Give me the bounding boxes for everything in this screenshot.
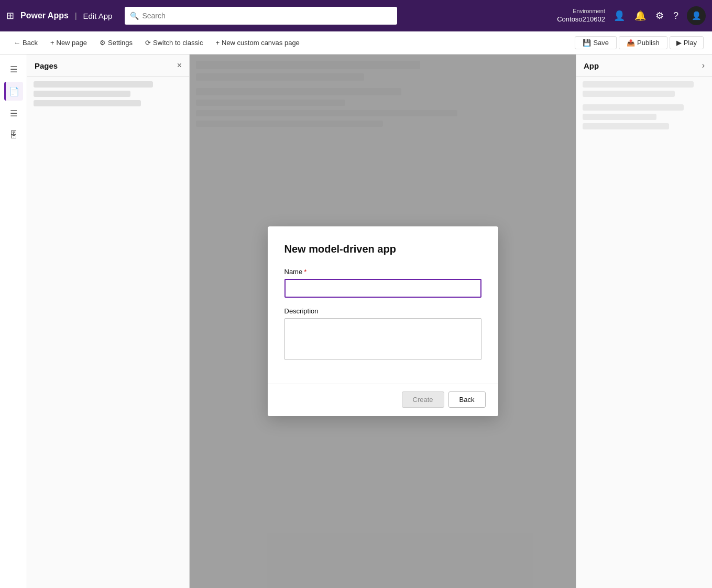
- right-panel-list: [576, 77, 712, 134]
- description-field-container: Description: [284, 307, 481, 362]
- environment-info: Environment Contoso210602: [557, 7, 605, 24]
- back-label: Back: [23, 39, 38, 47]
- play-icon: ▶: [676, 39, 682, 47]
- plus-icon-new-page: +: [50, 39, 54, 47]
- play-label: Play: [684, 39, 697, 47]
- pages-header: Pages ×: [27, 55, 189, 77]
- pages-panel: Pages ×: [27, 55, 190, 588]
- skeleton-item: [34, 100, 141, 106]
- name-input[interactable]: [284, 279, 481, 298]
- skeleton-item: [583, 81, 694, 88]
- toolbar-right: 💾 Save 📤 Publish ▶ Play: [575, 36, 704, 49]
- brand-name: Power Apps: [20, 11, 69, 20]
- modal-overlay: New model-driven app Name * Description: [190, 55, 576, 588]
- edit-app-label: Edit App: [83, 12, 113, 20]
- save-button[interactable]: 💾 Save: [575, 36, 617, 49]
- search-input[interactable]: [142, 12, 392, 20]
- settings-gear-icon-toolbar: ⚙: [100, 39, 106, 47]
- skeleton-item: [34, 91, 130, 97]
- modal-title: New model-driven app: [284, 243, 481, 255]
- name-field-container: Name *: [284, 268, 481, 298]
- skeleton-item: [583, 123, 669, 129]
- waffle-icon[interactable]: ⊞: [6, 10, 14, 21]
- side-icon-bar: ☰ 📄 ☰ 🗄: [0, 55, 27, 588]
- help-icon[interactable]: ?: [672, 10, 680, 21]
- switch-classic-icon: ⟳: [145, 39, 151, 47]
- plus-icon-canvas: +: [215, 39, 220, 47]
- skeleton-item: [34, 81, 153, 88]
- person-icon-btn[interactable]: 👤: [612, 10, 626, 21]
- new-custom-canvas-label: New custom canvas page: [222, 39, 300, 47]
- menu-icon-btn[interactable]: ☰: [4, 60, 23, 79]
- canvas-area: New model-driven app Name * Description: [190, 55, 576, 588]
- save-icon: 💾: [583, 39, 591, 47]
- switch-classic-label: Switch to classic: [153, 39, 203, 47]
- pages-icon-btn[interactable]: 📄: [4, 82, 23, 101]
- switch-classic-button[interactable]: ⟳ Switch to classic: [140, 37, 208, 49]
- settings-label: Settings: [108, 39, 133, 47]
- modal-dialog: New model-driven app Name * Description: [268, 226, 498, 416]
- skeleton-item: [583, 91, 675, 97]
- new-page-label: New page: [57, 39, 87, 47]
- search-icon: 🔍: [130, 12, 139, 20]
- avatar-icon: 👤: [692, 11, 702, 20]
- top-nav: ⊞ Power Apps | Edit App 🔍 Environment Co…: [0, 0, 712, 31]
- environment-label: Environment: [573, 7, 605, 15]
- play-button[interactable]: ▶ Play: [670, 36, 704, 49]
- back-arrow-icon: ←: [14, 39, 20, 47]
- nav-separator: |: [75, 12, 77, 20]
- publish-icon: 📤: [627, 39, 635, 47]
- save-label: Save: [593, 39, 609, 47]
- right-panel-expand-button[interactable]: ›: [702, 61, 705, 70]
- search-bar: 🔍: [125, 7, 397, 25]
- pages-close-button[interactable]: ×: [177, 61, 182, 70]
- description-label: Description: [284, 307, 481, 315]
- new-page-button[interactable]: + New page: [45, 37, 92, 49]
- skeleton-item: [583, 114, 656, 120]
- back-button[interactable]: ← Back: [8, 37, 43, 49]
- new-custom-canvas-button[interactable]: + New custom canvas page: [210, 37, 304, 49]
- settings-gear-icon[interactable]: ⚙: [654, 10, 665, 21]
- notification-bell-icon[interactable]: 🔔: [633, 10, 647, 21]
- secondary-toolbar: ← Back + New page ⚙ Settings ⟳ Switch to…: [0, 31, 712, 55]
- data-icon-btn[interactable]: 🗄: [4, 126, 23, 145]
- pages-title: Pages: [35, 61, 58, 70]
- right-panel-title: App: [584, 61, 599, 70]
- list-icon-btn[interactable]: ☰: [4, 104, 23, 123]
- modal-body: New model-driven app Name * Description: [268, 226, 498, 384]
- settings-button[interactable]: ⚙ Settings: [94, 37, 138, 49]
- publish-label: Publish: [637, 39, 660, 47]
- back-modal-button[interactable]: Back: [448, 391, 486, 408]
- nav-right-section: Environment Contoso210602 👤 🔔 ⚙ ? 👤: [557, 6, 706, 25]
- environment-name: Contoso210602: [557, 15, 605, 24]
- create-button[interactable]: Create: [402, 391, 444, 408]
- right-panel: App ›: [576, 55, 712, 588]
- modal-footer: Create Back: [268, 384, 498, 416]
- pages-list: [27, 77, 189, 111]
- right-panel-header: App ›: [576, 55, 712, 77]
- required-mark: *: [304, 268, 306, 276]
- main-area: ☰ 📄 ☰ 🗄 Pages × New mode: [0, 55, 712, 588]
- skeleton-item: [583, 104, 684, 111]
- avatar[interactable]: 👤: [687, 6, 706, 25]
- description-input[interactable]: [284, 318, 481, 360]
- publish-button[interactable]: 📤 Publish: [619, 36, 667, 49]
- name-label: Name *: [284, 268, 481, 276]
